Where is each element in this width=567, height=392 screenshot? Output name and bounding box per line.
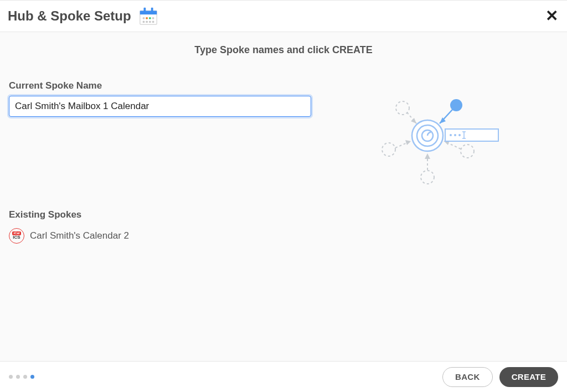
svg-point-11 <box>152 21 154 23</box>
svg-rect-30 <box>445 129 498 141</box>
list-item: iCal ICS Carl Smith's Calendar 2 <box>9 228 319 244</box>
svg-point-17 <box>421 171 434 184</box>
ics-icon: iCal ICS <box>9 228 24 244</box>
current-spoke-input[interactable] <box>9 96 311 117</box>
footer-buttons: BACK CREATE <box>442 367 558 387</box>
svg-point-18 <box>461 145 474 158</box>
current-spoke-input-wrap <box>9 96 319 117</box>
existing-spoke-label: Carl Smith's Calendar 2 <box>30 230 129 241</box>
svg-marker-26 <box>425 153 430 159</box>
calendar-icon <box>138 6 159 27</box>
header-left: Hub & Spoke Setup <box>8 6 159 27</box>
create-button[interactable]: CREATE <box>499 367 558 387</box>
svg-point-16 <box>382 143 395 156</box>
svg-point-9 <box>146 21 148 23</box>
svg-marker-25 <box>405 140 411 145</box>
hub-spoke-diagram-icon <box>372 80 516 191</box>
step-dot-1 <box>9 375 13 379</box>
step-indicator <box>9 375 34 379</box>
svg-point-10 <box>149 21 151 23</box>
form-column: Current Spoke Name <box>9 80 319 117</box>
instruction-text: Type Spoke names and click CREATE <box>9 44 558 56</box>
step-dot-2 <box>16 375 20 379</box>
svg-point-8 <box>142 21 145 23</box>
svg-point-33 <box>458 134 461 136</box>
dialog-footer: BACK CREATE <box>0 361 567 392</box>
diagram-column <box>330 80 558 191</box>
svg-point-5 <box>146 17 148 19</box>
step-dot-3 <box>23 375 27 379</box>
svg-rect-1 <box>140 11 156 15</box>
svg-rect-2 <box>143 8 146 13</box>
dialog-content: Type Spoke names and click CREATE Curren… <box>0 32 567 191</box>
svg-point-4 <box>142 17 145 19</box>
svg-rect-3 <box>151 8 153 13</box>
existing-spokes-title: Existing Spokes <box>9 209 319 220</box>
close-icon[interactable]: ✕ <box>545 8 558 24</box>
step-dot-4 <box>30 375 34 379</box>
back-button[interactable]: BACK <box>442 367 493 387</box>
svg-marker-24 <box>411 118 416 123</box>
main-row: Current Spoke Name <box>9 80 558 191</box>
svg-point-32 <box>454 134 456 136</box>
page-title: Hub & Spoke Setup <box>8 8 131 24</box>
svg-point-6 <box>149 17 151 19</box>
svg-point-31 <box>450 134 452 136</box>
current-spoke-label: Current Spoke Name <box>9 80 319 91</box>
existing-spokes-section: Existing Spokes iCal ICS Carl Smith's Ca… <box>9 209 319 244</box>
svg-point-7 <box>152 17 154 19</box>
dialog-header: Hub & Spoke Setup ✕ <box>0 0 567 32</box>
